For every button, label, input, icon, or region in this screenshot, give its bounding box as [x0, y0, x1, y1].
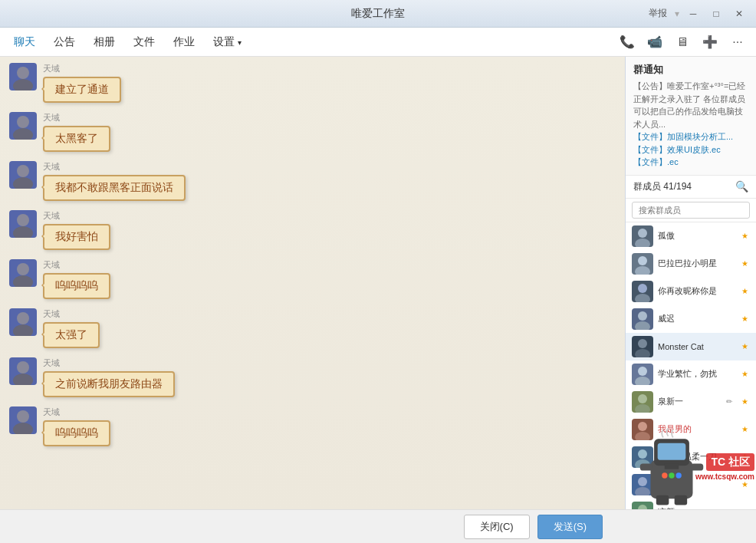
svg-point-35: [635, 487, 650, 495]
msg-group-3: 天域 我好害怕: [9, 210, 616, 250]
menubar-right: 📞 📹 🖥 ➕ ···: [615, 30, 750, 54]
restore-button[interactable]: □: [705, 5, 727, 23]
member-name-5: Monster Cat: [658, 342, 735, 351]
member-badge-4: ★: [739, 314, 750, 324]
sender-name-5: 天域: [43, 308, 100, 320]
close-button[interactable]: ✕: [728, 5, 750, 23]
avatar-7: [9, 406, 37, 434]
menu-item-notice[interactable]: 公告: [46, 32, 83, 52]
svg-point-16: [638, 229, 647, 238]
avatar-2: [9, 161, 37, 189]
chat-messages[interactable]: 天域 建立了通道: [0, 57, 625, 509]
members-search-area: [626, 199, 756, 222]
member-avatar-1: [632, 225, 653, 247]
member-badge-2: ★: [739, 258, 750, 269]
svg-point-22: [638, 311, 647, 321]
svg-point-4: [17, 165, 29, 177]
msg-bubble-0: 建立了通道: [43, 77, 121, 103]
screen-icon-btn[interactable]: 🖥: [670, 30, 695, 54]
app-title: 唯爱工作室: [351, 7, 405, 21]
svg-point-23: [635, 321, 650, 330]
msg-row-3: 天域 我好害怕: [9, 210, 616, 250]
msg-row-2: 天域 我都不敢跟黑客正面说话: [9, 161, 616, 201]
more-icon-btn[interactable]: ···: [725, 30, 750, 54]
phone-icon-btn[interactable]: 📞: [615, 30, 639, 54]
sender-name-4: 天域: [43, 259, 110, 271]
member-name-8: 我是男的: [658, 423, 735, 435]
member-badge-8: ★: [739, 424, 750, 435]
member-item-4[interactable]: 威迟 ★: [626, 305, 756, 333]
member-item-9[interactable]: 流星泪温柔一刀 ★: [626, 443, 756, 471]
menu-item-homework[interactable]: 作业: [166, 32, 202, 52]
group-notice-title: 群通知: [633, 63, 748, 77]
member-item-3[interactable]: 你再改昵称你是 ★: [626, 278, 756, 305]
menubar: 聊天 公告 相册 文件 作业 设置 ▾ 📞 📹 🖥 ➕ ···: [0, 28, 756, 57]
svg-point-28: [638, 394, 647, 403]
msg-row-4: 天域 呜呜呜呜: [9, 259, 616, 299]
member-name-10: Streamer: [658, 480, 735, 489]
svg-point-19: [635, 266, 650, 275]
avatar-0: [9, 63, 37, 90]
msg-group-1: 天域 太黑客了: [9, 112, 616, 152]
member-avatar-6: [632, 364, 653, 385]
svg-point-3: [13, 128, 33, 140]
msg-row-0: 天域 建立了通道: [9, 63, 616, 103]
chat-area: 天域 建立了通道: [0, 57, 626, 543]
member-item-6[interactable]: 学业繁忙，勿扰 ★: [626, 360, 756, 388]
member-item-8[interactable]: 我是男的 ★: [626, 416, 756, 443]
member-badge-7b: ★: [739, 397, 750, 407]
msg-bubble-4: 呜呜呜呜: [43, 273, 110, 299]
member-badge-10: ★: [739, 479, 750, 490]
member-avatar-2: [632, 253, 653, 275]
msg-group-4: 天域 呜呜呜呜: [9, 259, 616, 299]
msg-group-6: 天域 之前说断我朋友路由器: [9, 357, 616, 397]
svg-point-7: [13, 226, 33, 238]
msg-bubble-5: 太强了: [43, 322, 100, 348]
notice-file-2[interactable]: 【文件】效果UI皮肤.ec: [633, 143, 748, 156]
menu-item-chat[interactable]: 聊天: [6, 32, 43, 52]
report-button[interactable]: 举报: [644, 5, 672, 21]
msg-bubble-6: 之前说断我朋友路由器: [43, 371, 175, 397]
sidebar: 群通知 【公告】唯爱工作室+°³°=已经正解开之录入驻了 各位群成员可以把自己的…: [626, 57, 756, 543]
member-avatar-10: [632, 474, 653, 495]
menu-item-file[interactable]: 文件: [126, 32, 163, 52]
member-item-10[interactable]: Streamer ★: [626, 471, 756, 499]
msg-group-7: 天域 呜呜呜呜: [9, 406, 616, 446]
notice-file-1[interactable]: 【文件】加固模块分析工...: [633, 130, 748, 143]
svg-point-13: [13, 374, 33, 385]
members-list[interactable]: 孤傲 ★ 巴拉巴拉小明星 ★ 你再改昵称你是 ★: [626, 222, 756, 544]
send-button[interactable]: 发送(S): [537, 515, 603, 539]
svg-point-8: [17, 263, 29, 275]
members-search-input[interactable]: [632, 202, 750, 219]
member-avatar-3: [632, 281, 653, 302]
member-item-5[interactable]: Monster Cat ★: [626, 333, 756, 360]
video-icon-btn[interactable]: 📹: [643, 30, 667, 54]
notice-file-3[interactable]: 【文件】.ec: [633, 156, 748, 169]
svg-point-17: [635, 239, 650, 247]
close-chat-button[interactable]: 关闭(C): [464, 515, 530, 539]
msg-row-1: 天域 太黑客了: [9, 112, 616, 152]
menu-item-settings[interactable]: 设置 ▾: [205, 32, 249, 52]
member-avatar-7: [632, 391, 653, 413]
add-icon-btn[interactable]: ➕: [698, 30, 722, 54]
menu-item-album[interactable]: 相册: [86, 32, 123, 52]
svg-point-31: [635, 432, 650, 440]
svg-point-34: [638, 477, 647, 486]
sender-name-3: 天域: [43, 210, 110, 222]
member-item-2[interactable]: 巴拉巴拉小明星 ★: [626, 250, 756, 278]
minimize-button[interactable]: ─: [682, 5, 704, 23]
svg-point-12: [17, 361, 29, 374]
member-name-7: 泉新一: [658, 396, 719, 407]
member-item-1[interactable]: 孤傲 ★: [626, 222, 756, 250]
msg-bubble-3: 我好害怕: [43, 224, 110, 250]
svg-point-25: [635, 349, 650, 357]
member-name-1: 孤傲: [658, 230, 735, 242]
member-item-7[interactable]: 泉新一 ✏ ★: [626, 388, 756, 416]
msg-row-7: 天域 呜呜呜呜: [9, 406, 616, 446]
report-dropdown-icon[interactable]: ▾: [675, 8, 679, 19]
group-members-header: 群成员 41/194 🔍: [626, 176, 756, 199]
svg-point-20: [638, 284, 647, 293]
main-container: 天域 建立了通道: [0, 57, 756, 543]
search-members-icon[interactable]: 🔍: [735, 180, 748, 193]
member-badge-9: ★: [739, 452, 750, 462]
